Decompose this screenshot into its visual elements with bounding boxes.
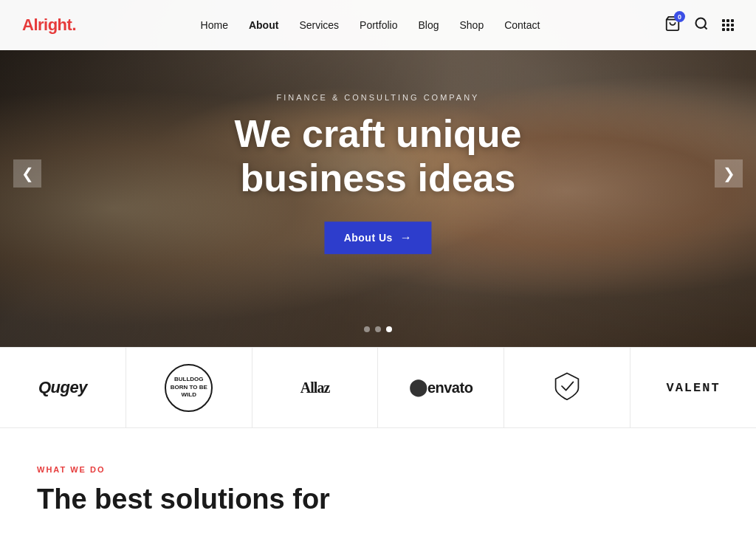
svg-point-1 [696, 18, 706, 27]
logo-dot: . [72, 16, 76, 34]
envato-logo-text: ⬤envato [409, 378, 472, 397]
logo-envato: ⬤envato [378, 348, 504, 427]
hero-dots [364, 326, 392, 332]
site-logo[interactable]: Alright. [22, 16, 76, 35]
site-header: Alright. Home About Services Portfolio B… [0, 0, 756, 50]
logo-allaz: Allaz [252, 348, 379, 427]
hero-cta-label: About Us [344, 232, 393, 244]
hero-section: ❮ Finance & Consulting Company We craft … [0, 0, 756, 347]
nav-portfolio[interactable]: Portfolio [360, 19, 397, 31]
hero-cta-arrow-icon: → [400, 231, 413, 244]
bulldog-logo-circle: BULLDOGBORN TO BEWILD [165, 364, 213, 412]
qugey-logo-text: Qugey [38, 378, 87, 397]
logos-bar: Qugey BULLDOGBORN TO BEWILD Allaz ⬤envat… [0, 347, 756, 428]
cart-badge: 0 [674, 11, 685, 22]
nav-contact[interactable]: Contact [504, 19, 540, 31]
search-button[interactable] [694, 16, 709, 35]
hero-cta-button[interactable]: About Us → [325, 221, 432, 254]
bulldog-logo-text: BULLDOGBORN TO BEWILD [171, 376, 207, 399]
logo-valent: VALENT [630, 348, 756, 427]
shield-icon [551, 371, 583, 405]
hero-title: We craft unique business ideas [234, 112, 521, 201]
svg-line-2 [704, 26, 707, 29]
hero-title-line2: business ideas [241, 157, 516, 199]
nav-blog[interactable]: Blog [418, 19, 439, 31]
main-nav: Home About Services Portfolio Blog Shop … [201, 19, 540, 31]
nav-services[interactable]: Services [299, 19, 339, 31]
next-arrow-icon: ❯ [723, 165, 735, 182]
logo-bulldog: BULLDOGBORN TO BEWILD [126, 348, 252, 427]
header-icons: 0 [664, 16, 734, 35]
logo-shield [504, 348, 630, 427]
hero-title-line1: We craft unique [234, 112, 521, 155]
hero-dot-1[interactable] [364, 326, 370, 332]
nav-shop[interactable]: Shop [459, 19, 484, 31]
hero-next-button[interactable]: ❯ [715, 159, 743, 188]
hero-dot-2[interactable] [375, 326, 381, 332]
section-title: The best solutions for [37, 483, 719, 517]
logo-text: Alright [22, 16, 72, 34]
nav-home[interactable]: Home [201, 19, 228, 31]
hero-subtitle: Finance & Consulting Company [234, 93, 521, 102]
nav-about[interactable]: About [249, 19, 278, 31]
allaz-logo-text: Allaz [300, 379, 329, 396]
prev-arrow-icon: ❮ [21, 165, 34, 182]
cart-button[interactable]: 0 [664, 16, 681, 35]
grid-menu-button[interactable] [722, 19, 734, 31]
hero-dot-3[interactable] [386, 326, 392, 332]
section-label: What We Do [37, 465, 719, 474]
hero-content: Finance & Consulting Company We craft un… [234, 93, 521, 254]
what-we-do-section: What We Do The best solutions for [0, 428, 756, 539]
hero-prev-button[interactable]: ❮ [13, 159, 41, 188]
logo-qugey: Qugey [0, 348, 126, 427]
valent-logo-text: VALENT [666, 381, 720, 395]
